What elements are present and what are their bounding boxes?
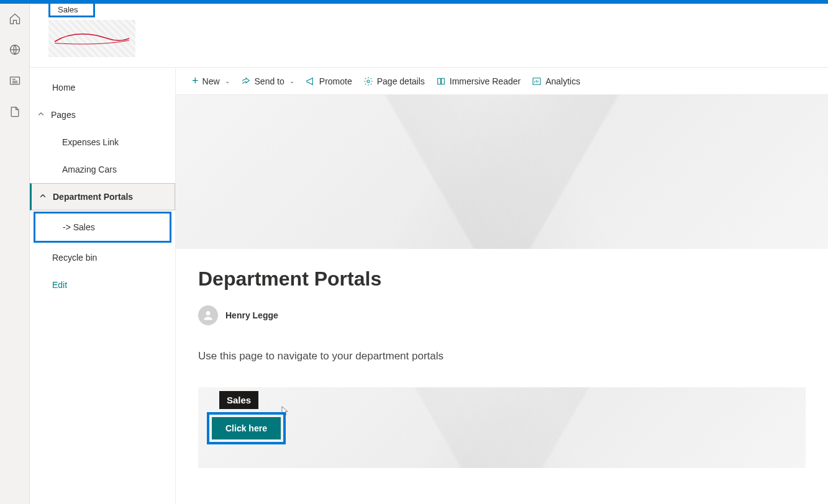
tile-area: Sales Click here <box>198 387 806 468</box>
nav-pages-label: Pages <box>51 110 76 120</box>
news-icon[interactable] <box>9 74 21 87</box>
hero-banner <box>176 95 828 249</box>
site-header: Sales <box>30 4 828 68</box>
reader-icon <box>436 76 446 86</box>
nav-pages[interactable]: Pages <box>30 101 175 128</box>
author-block: Henry Legge <box>198 305 806 325</box>
sales-tooltip: Sales <box>219 391 258 409</box>
command-bar: + New ⌄ Send to ⌄ Promote <box>176 68 828 95</box>
avatar[interactable] <box>198 305 218 325</box>
plus-icon: + <box>192 74 199 88</box>
nav-amazing-cars[interactable]: Amazing Cars <box>30 156 175 183</box>
promote-button[interactable]: Promote <box>304 76 353 86</box>
page-details-button[interactable]: Page details <box>362 76 426 86</box>
nav-home[interactable]: Home <box>30 74 175 101</box>
chevron-up-icon <box>39 192 48 202</box>
nav-edit[interactable]: Edit <box>30 271 175 299</box>
site-logo[interactable] <box>48 20 135 57</box>
analytics-label: Analytics <box>545 76 580 86</box>
analytics-button[interactable]: Analytics <box>530 76 581 86</box>
new-button[interactable]: + New ⌄ <box>191 74 231 88</box>
author-name: Henry Legge <box>225 310 278 320</box>
send-to-label: Send to <box>255 76 284 86</box>
chevron-up-icon <box>37 110 46 120</box>
app-rail <box>0 4 30 504</box>
globe-icon[interactable] <box>9 43 21 56</box>
details-label: Page details <box>377 76 425 86</box>
new-label: New <box>202 76 220 86</box>
nav-expenses[interactable]: Expenses Link <box>30 128 175 156</box>
immersive-label: Immersive Reader <box>450 76 521 86</box>
file-icon[interactable] <box>9 106 21 118</box>
page-title: Department Portals <box>198 268 806 290</box>
nav-sales-highlight: -> Sales <box>34 212 171 243</box>
svg-point-4 <box>206 311 211 315</box>
svg-rect-1 <box>10 77 19 84</box>
svg-rect-3 <box>533 78 540 84</box>
click-here-highlight: Click here <box>207 412 286 444</box>
page-content: + New ⌄ Send to ⌄ Promote <box>176 68 828 504</box>
quick-launch-nav: Home Pages Expenses Link Amazing Cars De… <box>30 68 176 504</box>
analytics-icon <box>532 76 542 86</box>
chevron-down-icon: ⌄ <box>289 78 294 84</box>
page-description: Use this page to navigate to your depart… <box>198 350 806 362</box>
send-to-button[interactable]: Send to ⌄ <box>240 76 296 86</box>
sales-tab[interactable]: Sales <box>48 4 95 17</box>
gear-icon <box>363 76 373 86</box>
nav-sales[interactable]: -> Sales <box>35 214 170 241</box>
svg-point-2 <box>367 80 370 83</box>
home-icon[interactable] <box>9 12 21 25</box>
promote-label: Promote <box>319 76 352 86</box>
nav-dept-label: Department Portals <box>53 192 133 202</box>
nav-department-portals[interactable]: Department Portals <box>30 183 175 210</box>
megaphone-icon <box>306 76 316 86</box>
nav-recycle-bin[interactable]: Recycle bin <box>30 244 175 271</box>
chevron-down-icon: ⌄ <box>225 78 230 84</box>
share-icon <box>241 76 251 86</box>
immersive-reader-button[interactable]: Immersive Reader <box>435 76 522 86</box>
click-here-button[interactable]: Click here <box>212 417 281 439</box>
